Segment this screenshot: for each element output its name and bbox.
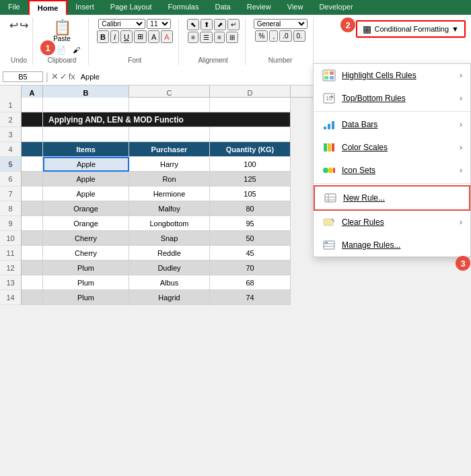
dropdown-item-newrule[interactable]: New Rule... (314, 185, 470, 211)
tab-insert[interactable]: Insert (67, 0, 102, 15)
tab-pagelayout[interactable]: Page Layout (102, 0, 160, 15)
iconsets-arrow: › (460, 166, 462, 175)
paste-button[interactable]: 📋 Paste (50, 19, 74, 44)
svg-rect-9 (332, 121, 334, 129)
font-color-button[interactable]: A (161, 30, 172, 43)
decrease-decimal-button[interactable]: 0. (293, 30, 305, 42)
bold-button[interactable]: B (97, 30, 109, 43)
confirm-formula-icon[interactable]: ✓ (60, 71, 67, 81)
row-num-5: 5 (0, 157, 21, 172)
colorscales-icon (322, 140, 336, 155)
managerules-label: Manage Rules... (342, 240, 462, 250)
insert-function-icon[interactable]: fx (69, 71, 75, 81)
increase-decimal-button[interactable]: .0 (279, 30, 291, 42)
ribbon-content: ↩ ↪ Undo 📋 Paste ✂ 📄 🖌 Clipboard (0, 15, 471, 68)
alignment-group: ⬉ ⬆ ⬈ ↵ ≡ ☰ ≡ ⊞ Alignment (182, 18, 246, 65)
border-button[interactable]: ⊞ (134, 30, 147, 43)
cancel-formula-icon[interactable]: ✕ (51, 71, 59, 81)
align-top-right-button[interactable]: ⬈ (214, 19, 226, 30)
tab-view[interactable]: View (279, 0, 312, 15)
dropdown-divider-1 (314, 111, 470, 112)
clearrules-arrow: › (460, 217, 462, 227)
underline-button[interactable]: U (120, 30, 133, 43)
row-num-11: 11 (0, 246, 21, 261)
svg-rect-20 (324, 219, 333, 226)
cf-button-label: Conditional Formatting (374, 25, 449, 33)
topbottom-icon: 10 (322, 91, 336, 106)
dropdown-divider-2 (314, 183, 470, 184)
formula-bar-icons: ✕ ✓ fx (51, 71, 75, 81)
merge-button[interactable]: ⊞ (226, 32, 238, 43)
format-painter-button[interactable]: 🖌 (70, 45, 83, 55)
fill-color-button[interactable]: A (148, 30, 159, 43)
cf-dropdown-arrow: ▼ (451, 25, 459, 33)
align-left-button[interactable]: ≡ (188, 32, 198, 43)
dropdown-item-clearrules[interactable]: Clear Rules › (314, 211, 470, 234)
undo-group: ↩ ↪ Undo (5, 18, 33, 65)
tab-developer[interactable]: Developer (311, 0, 361, 15)
colorscales-label: Color Scales (342, 143, 454, 152)
tab-home[interactable]: Home (28, 0, 68, 15)
number-format-select[interactable]: General (254, 19, 307, 29)
topbottom-arrow: › (460, 94, 462, 103)
svg-rect-4 (330, 76, 334, 79)
tab-formulas[interactable]: Formulas (160, 0, 207, 15)
managerules-icon (322, 238, 336, 252)
iconsets-icon (322, 163, 336, 178)
row-num-4: 4 (0, 142, 21, 157)
svg-rect-25 (325, 242, 328, 244)
font-family-select[interactable]: Calibri (98, 19, 145, 29)
row-num-10: 10 (0, 231, 21, 246)
align-top-left-button[interactable]: ⬉ (187, 19, 199, 30)
annotation-3: 3 (456, 256, 470, 271)
svg-rect-10 (324, 143, 327, 151)
row-num-14: 14 (0, 290, 21, 305)
name-box[interactable] (3, 71, 43, 82)
colorscales-arrow: › (460, 143, 462, 152)
dropdown-item-topbottom[interactable]: 10 Top/Bottom Rules › (314, 87, 470, 110)
svg-rect-3 (324, 76, 328, 79)
databars-arrow: › (460, 120, 462, 129)
alignment-label: Alignment (198, 57, 227, 64)
svg-rect-12 (332, 143, 334, 151)
dropdown-item-colorscales[interactable]: Color Scales › (314, 136, 470, 159)
svg-point-13 (323, 168, 328, 173)
redo-button[interactable]: ↪ (20, 19, 28, 32)
undo-button[interactable]: ↩ (9, 19, 18, 32)
dropdown-item-iconsets[interactable]: Icon Sets › (314, 159, 470, 182)
italic-button[interactable]: I (110, 30, 119, 43)
number-label: Number (268, 57, 293, 64)
row-num-3: 3 (0, 127, 21, 142)
svg-rect-8 (328, 124, 330, 129)
topbottom-label: Top/Bottom Rules (342, 94, 454, 103)
tab-data[interactable]: Data (207, 0, 238, 15)
highlight-arrow: › (460, 71, 462, 80)
row-num-8: 8 (0, 201, 21, 216)
dropdown-item-highlight[interactable]: Highlight Cells Rules › (314, 64, 470, 87)
dropdown-item-databars[interactable]: Data Bars › (314, 113, 470, 136)
font-group: Calibri 11 B I U ⊞ A A Font (92, 18, 179, 65)
svg-rect-15 (333, 168, 335, 173)
col-header-c: C (129, 86, 210, 98)
newrule-label: New Rule... (343, 193, 461, 203)
wrap-text-button[interactable]: ↵ (227, 19, 240, 30)
align-top-center-button[interactable]: ⬆ (201, 19, 213, 30)
tab-review[interactable]: Review (239, 0, 279, 15)
align-right-button[interactable]: ≡ (214, 32, 225, 43)
cf-icon: ▦ (363, 24, 371, 34)
comma-button[interactable]: , (269, 30, 278, 42)
row-num-12: 12 (0, 261, 21, 275)
row-num-13: 13 (0, 275, 21, 290)
copy-button[interactable]: 📄 (54, 45, 69, 55)
conditional-formatting-button[interactable]: ▦ Conditional Formatting ▼ (356, 20, 466, 38)
align-center-button[interactable]: ☰ (200, 32, 213, 43)
percent-button[interactable]: % (255, 30, 268, 42)
tab-file[interactable]: File (0, 0, 28, 15)
number-group: General % , .0 0. Number (248, 18, 314, 65)
row-num-1: 1 (0, 98, 21, 112)
font-size-select[interactable]: 11 (147, 19, 171, 29)
conditional-formatting-dropdown: Highlight Cells Rules › 10 Top/Bottom Ru… (313, 63, 471, 257)
row-num-2: 2 (0, 112, 21, 127)
clearrules-icon (322, 215, 336, 230)
dropdown-item-managerules[interactable]: Manage Rules... (314, 234, 470, 257)
